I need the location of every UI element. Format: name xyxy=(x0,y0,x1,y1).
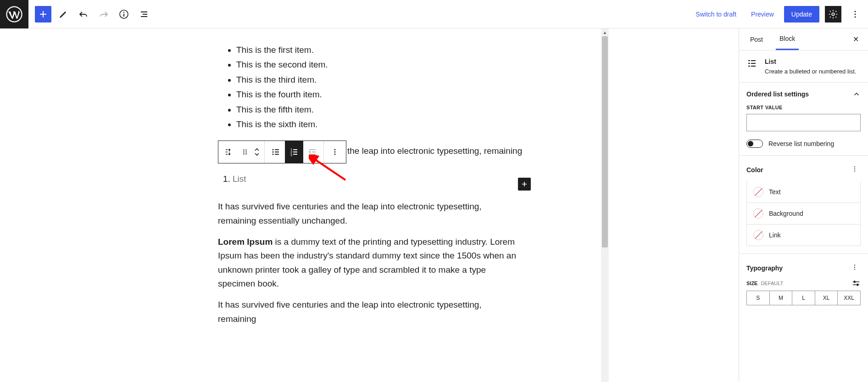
add-block-inline-button[interactable] xyxy=(518,178,531,191)
settings-button[interactable] xyxy=(825,6,841,22)
svg-rect-3 xyxy=(123,14,124,17)
svg-point-9 xyxy=(245,150,247,151)
empty-swatch-icon xyxy=(753,230,763,240)
unordered-list-button[interactable] xyxy=(267,141,285,163)
color-text-row[interactable]: Text xyxy=(746,181,861,203)
svg-point-29 xyxy=(854,269,855,270)
svg-point-21 xyxy=(334,152,336,153)
svg-rect-30 xyxy=(854,281,855,283)
update-button[interactable]: Update xyxy=(784,6,819,22)
empty-swatch-icon xyxy=(753,208,763,219)
tab-block[interactable]: Block xyxy=(776,28,799,50)
close-sidebar-button[interactable]: ✕ xyxy=(851,33,861,45)
outdent-button xyxy=(303,141,322,163)
size-segmented-control[interactable]: S M L XL XXL xyxy=(746,291,861,305)
size-option[interactable]: S xyxy=(747,291,770,305)
preview-link[interactable]: Preview xyxy=(746,7,779,22)
svg-point-26 xyxy=(854,170,855,171)
svg-rect-31 xyxy=(857,284,858,286)
list-item[interactable]: This is the second item. xyxy=(236,58,521,72)
undo-button[interactable] xyxy=(75,6,92,22)
list-item[interactable]: This is the sixth item. xyxy=(236,118,521,131)
svg-point-5 xyxy=(855,11,856,12)
paragraph[interactable]: Lorem Ipsum is a dummy text of the print… xyxy=(218,235,521,291)
edit-mode-icon[interactable] xyxy=(55,6,72,22)
list-block-icon xyxy=(746,58,757,69)
info-button[interactable] xyxy=(116,6,132,22)
size-default-label: DEFAULT xyxy=(761,281,784,286)
block-title: List xyxy=(765,58,861,65)
svg-point-27 xyxy=(854,264,855,265)
list-item[interactable]: This is the fifth item. xyxy=(236,103,521,117)
add-block-button[interactable] xyxy=(35,6,51,22)
more-options-button[interactable] xyxy=(847,6,863,22)
svg-point-24 xyxy=(854,166,855,167)
transform-block-icon[interactable] xyxy=(220,141,239,163)
ordered-list-block[interactable]: List xyxy=(218,172,521,186)
size-option[interactable]: XL xyxy=(815,291,838,305)
list-item[interactable]: This is the fourth item. xyxy=(236,88,521,101)
block-description: Create a bulleted or numbered list. xyxy=(765,68,861,75)
size-option[interactable]: L xyxy=(792,291,815,305)
svg-point-8 xyxy=(243,150,245,151)
svg-point-20 xyxy=(334,149,336,151)
top-toolbar: Switch to draft Preview Update xyxy=(0,0,868,28)
color-heading: Color xyxy=(746,166,763,174)
color-options-button[interactable] xyxy=(849,163,861,177)
list-item[interactable]: This is the first item. xyxy=(236,43,521,57)
wordpress-logo[interactable] xyxy=(0,0,28,28)
block-more-options[interactable] xyxy=(326,141,344,163)
paragraph[interactable]: It has survived five centuries and the l… xyxy=(218,298,521,326)
bullet-list[interactable]: This is the first item. This is the seco… xyxy=(218,43,521,131)
scrollbar[interactable]: ▲ xyxy=(601,28,609,382)
size-label: SIZE xyxy=(746,281,757,286)
move-up-down-buttons[interactable] xyxy=(251,141,262,163)
settings-sidebar: Post Block ✕ List Create a bulleted or n… xyxy=(739,28,868,382)
empty-swatch-icon xyxy=(753,187,763,197)
start-value-label: START VALUE xyxy=(746,105,861,110)
svg-point-22 xyxy=(334,154,336,155)
drag-handle-icon[interactable] xyxy=(239,141,251,163)
svg-point-7 xyxy=(855,16,856,17)
svg-point-4 xyxy=(832,13,835,16)
svg-point-16 xyxy=(273,154,274,155)
paragraph[interactable]: It has survived five centuries and the l… xyxy=(218,200,521,228)
ordered-list-button[interactable]: 123 xyxy=(285,141,303,163)
svg-point-28 xyxy=(854,267,855,268)
color-background-row[interactable]: Background xyxy=(746,203,861,225)
svg-point-14 xyxy=(273,149,274,151)
reverse-numbering-toggle[interactable] xyxy=(746,140,763,148)
svg-point-10 xyxy=(243,152,245,153)
editor-canvas[interactable]: This is the first item. This is the seco… xyxy=(0,28,739,382)
custom-size-icon[interactable] xyxy=(851,280,861,287)
list-item[interactable]: This is the third item. xyxy=(236,73,521,87)
list-placeholder[interactable]: List xyxy=(233,174,246,184)
svg-text:3: 3 xyxy=(290,153,292,157)
svg-point-25 xyxy=(854,169,855,169)
redo-button xyxy=(95,6,112,22)
svg-point-6 xyxy=(855,13,856,15)
svg-point-11 xyxy=(245,152,247,153)
size-option[interactable]: XXL xyxy=(838,291,860,305)
typography-heading: Typography xyxy=(746,264,783,272)
color-link-row[interactable]: Link xyxy=(746,225,861,246)
typography-options-button[interactable] xyxy=(849,261,861,275)
block-toolbar: 123 xyxy=(218,140,346,163)
svg-point-12 xyxy=(243,153,245,155)
svg-point-2 xyxy=(123,11,124,12)
switch-to-draft-link[interactable]: Switch to draft xyxy=(691,7,741,22)
reverse-numbering-label: Reverse list numbering xyxy=(768,140,834,147)
bold-text: Lorem Ipsum xyxy=(218,237,273,247)
tab-post[interactable]: Post xyxy=(746,29,767,50)
scroll-up-icon: ▲ xyxy=(601,28,609,36)
size-option[interactable]: M xyxy=(770,291,793,305)
svg-point-15 xyxy=(273,152,274,153)
ordered-list-settings-heading[interactable]: Ordered list settings xyxy=(746,90,861,98)
outline-button[interactable] xyxy=(136,6,152,22)
svg-point-13 xyxy=(245,153,247,155)
start-value-input[interactable] xyxy=(746,114,861,131)
chevron-up-icon xyxy=(852,90,861,98)
